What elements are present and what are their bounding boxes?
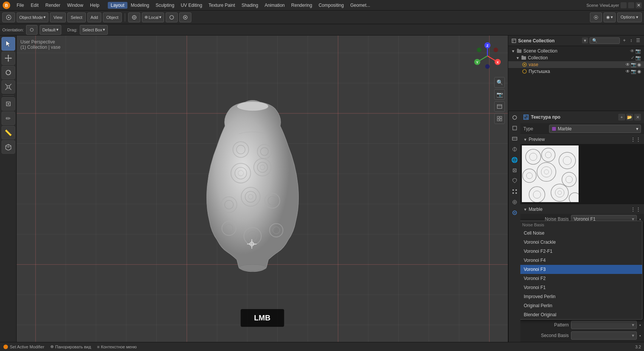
transform-pivot[interactable]	[128, 12, 140, 22]
grid-icon[interactable]	[494, 113, 505, 124]
overlay-toggle[interactable]	[590, 12, 602, 22]
workspace-sculpting[interactable]: Sculpting	[153, 2, 177, 9]
zoom-to-selection-icon[interactable]: 🔍	[494, 77, 505, 88]
viewport-3d[interactable]: User Perspective (1) Collection | vase Z…	[17, 36, 508, 342]
workspace-geometr[interactable]: Geomet...	[347, 2, 373, 9]
sync-icon[interactable]	[621, 2, 627, 8]
pustishka-render-icon[interactable]: 📷	[631, 69, 636, 74]
material-props-icon[interactable]	[510, 208, 520, 218]
dropdown-improved-perlin[interactable]: Improved Perlin	[520, 292, 642, 301]
camera-icon[interactable]: 📷	[494, 89, 505, 100]
outliner-pustishka[interactable]: Пустышка 👁 📷 ◉	[508, 68, 644, 75]
object-props-icon[interactable]	[510, 165, 520, 175]
type-dropdown[interactable]: Marble ▾	[549, 125, 641, 133]
transform-tool[interactable]	[2, 97, 15, 111]
view-icon[interactable]: 👁	[630, 48, 635, 54]
object-mode-dropdown[interactable]: Object Mode ▾	[17, 12, 48, 22]
scale-tool[interactable]	[2, 80, 15, 94]
dropdown-blender-original[interactable]: Blender Original	[520, 310, 642, 319]
select-box-dropdown[interactable]: Select Box ▾	[80, 25, 108, 35]
cursor-tool[interactable]	[2, 37, 15, 51]
annotate-tool[interactable]: ✏	[2, 111, 15, 125]
outliner-sync-icon[interactable]: ↕	[628, 38, 634, 44]
outliner-filter2-icon[interactable]: ☰	[635, 38, 641, 44]
marble-section-header[interactable]: ▼ Marble ⋮⋮	[520, 205, 644, 214]
pattern-dropdown[interactable]: ▾	[571, 321, 637, 329]
modifier-props-icon[interactable]	[510, 176, 520, 186]
physics-props-icon[interactable]	[510, 197, 520, 207]
collection-view-icon[interactable]: ✓	[631, 55, 635, 60]
second-basis-dot[interactable]: ●	[639, 334, 641, 337]
output-props-icon[interactable]	[510, 123, 520, 133]
rotate-tool[interactable]	[2, 66, 15, 79]
workspace-modeling[interactable]: Modeling	[128, 2, 152, 9]
pustishka-view-icon[interactable]: 👁	[625, 69, 630, 74]
collection-icon[interactable]	[494, 101, 505, 112]
workspace-layout[interactable]: Layout	[108, 2, 127, 9]
particles-props-icon[interactable]	[510, 187, 520, 196]
snap-toggle[interactable]	[166, 12, 178, 22]
pustishka-extra-icon[interactable]: ◉	[637, 69, 641, 74]
workspace-shading[interactable]: Shading	[239, 2, 261, 9]
object-menu[interactable]: Object	[103, 12, 122, 22]
workspace-uv-editing[interactable]: UV Editing	[178, 2, 205, 9]
workspace-texture-paint[interactable]: Texture Paint	[206, 2, 238, 9]
menu-edit[interactable]: Edit	[28, 2, 42, 9]
preview-menu-icon[interactable]: ⋮⋮	[630, 136, 641, 142]
texture-close-icon[interactable]: ✕	[634, 114, 641, 121]
menu-file[interactable]: File	[14, 2, 27, 9]
outliner-filter-icon[interactable]: ▼	[582, 37, 588, 43]
second-basis-dropdown[interactable]: ▾	[571, 331, 637, 340]
viewport-shading[interactable]: ◉ ▾	[604, 12, 616, 22]
scene-props-icon[interactable]	[510, 144, 520, 154]
dropdown-voronoi-f3[interactable]: Voronoi F3	[520, 265, 642, 274]
vase-render-icon[interactable]: 📷	[631, 62, 636, 67]
add-cube-tool[interactable]	[2, 140, 15, 154]
viewport-gizmo[interactable]: Z X Y	[472, 41, 503, 71]
dropdown-voronoi-crackle[interactable]: Voronoi Crackle	[520, 238, 642, 247]
menu-window[interactable]: Window	[64, 2, 86, 9]
dropdown-voronoi-f2[interactable]: Voronoi F2	[520, 274, 642, 283]
vase-view-icon[interactable]: 👁	[625, 62, 630, 67]
move-tool[interactable]	[2, 51, 15, 65]
menu-render[interactable]: Render	[42, 2, 63, 9]
menu-help[interactable]: Help	[87, 2, 102, 9]
options-btn[interactable]: Options ▾	[617, 12, 642, 22]
collection-render-icon[interactable]: 📷	[635, 55, 641, 60]
proportional-edit[interactable]	[179, 12, 191, 22]
add-menu[interactable]: Add	[87, 12, 102, 22]
texture-new-icon[interactable]: +	[618, 114, 625, 121]
outliner-scene-collection[interactable]: ▼ Scene Collection 👁 📷	[508, 48, 644, 54]
outliner-vase[interactable]: vase 👁 📷 ◉	[508, 61, 644, 68]
measure-tool[interactable]: 📏	[2, 126, 15, 139]
scene-collection-name: Scene Collection	[523, 48, 628, 54]
outliner-collection[interactable]: ▼ Collection ✓ 📷	[508, 54, 644, 61]
workspace-rendering[interactable]: Rendering	[288, 2, 315, 9]
render-props-icon[interactable]	[510, 113, 520, 122]
render-icon[interactable]: 📷	[635, 48, 641, 54]
dropdown-cell-noise[interactable]: Cell Noise	[520, 229, 642, 238]
dropdown-voronoi-f1[interactable]: Voronoi F1	[520, 283, 642, 292]
select-menu[interactable]: Select	[67, 12, 86, 22]
orientation-dropdown[interactable]: Default ▾	[40, 25, 61, 35]
view-menu[interactable]: View	[50, 12, 66, 22]
close-icon[interactable]: ✕	[636, 2, 642, 8]
texture-browse-icon[interactable]: 📂	[626, 114, 633, 121]
vase-extra-icon[interactable]: ◉	[637, 62, 641, 67]
workspace-animation[interactable]: Animation	[262, 2, 288, 9]
new-collection-icon[interactable]: +	[621, 38, 627, 44]
dropdown-voronoi-f2f1[interactable]: Voronoi F2-F1	[520, 247, 642, 256]
viewport-mode-icon[interactable]	[2, 12, 15, 22]
world-props-icon[interactable]: 🌐	[510, 155, 520, 165]
preview-section-header[interactable]: ▼ Preview ⋮⋮	[520, 135, 644, 144]
pattern-dot[interactable]: ●	[639, 323, 641, 327]
view-layer-icon[interactable]	[510, 134, 520, 144]
outliner-search[interactable]: 🔍	[590, 37, 620, 44]
orientation-icon[interactable]	[26, 25, 37, 35]
dropdown-original-perlin[interactable]: Original Perlin	[520, 301, 642, 310]
marble-menu-icon[interactable]: ⋮⋮	[630, 206, 641, 212]
dropdown-voronoi-f4[interactable]: Voronoi F4	[520, 256, 642, 265]
local-orientation[interactable]: ⊕ Local ▾	[142, 12, 164, 22]
workspace-compositing[interactable]: Compositing	[315, 2, 347, 9]
settings-icon[interactable]	[628, 2, 634, 8]
